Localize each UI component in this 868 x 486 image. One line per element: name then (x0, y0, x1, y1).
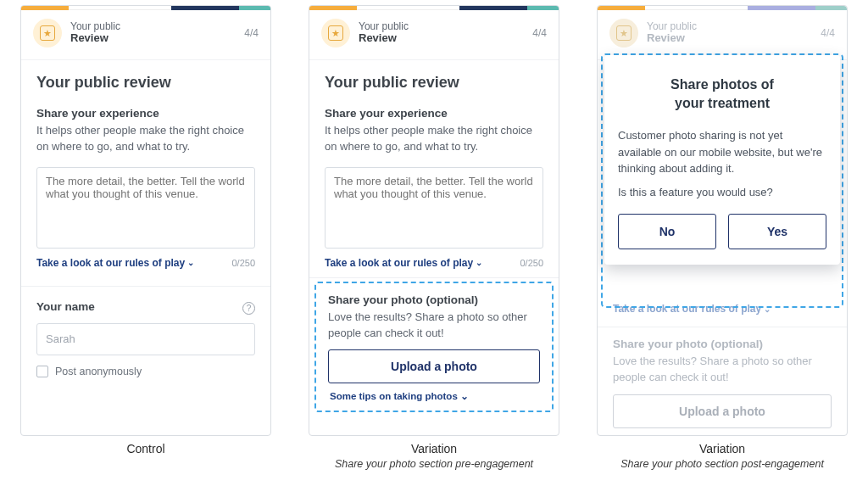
chevron-down-icon: ⌄ (476, 258, 482, 267)
anonymous-label: Post anonymously (55, 366, 142, 377)
step-indicator: 4/4 (244, 27, 259, 39)
divider (21, 286, 270, 287)
star-badge-icon: ★ (33, 19, 62, 47)
char-counter: 0/250 (231, 258, 255, 268)
col-control: ★ Your public Review 4/4 Your public rev… (20, 5, 271, 472)
photo-tips-text: Some tips on taking photos (330, 391, 458, 401)
col-variation-pre: ★ Your public Review 4/4 Your public rev… (309, 5, 559, 472)
caption-post-main: Variation (620, 441, 824, 457)
caption-variation-pre: Variation Share your photo section pre-e… (335, 441, 533, 472)
chevron-down-icon: ⌄ (187, 258, 194, 267)
feature-survey-overlay: Share photos of your treatment Customer … (604, 55, 840, 265)
share-desc: It helps other people make the right cho… (325, 123, 543, 155)
rules-link-text: Take a look at our rules of play (36, 257, 185, 269)
chevron-down-icon: ⌄ (764, 304, 771, 314)
body: Your public review Share your experience… (309, 60, 559, 271)
header-line1: Your public (647, 21, 821, 33)
header-line1: Your public (70, 21, 244, 33)
rules-of-play-link[interactable]: Take a look at our rules of play ⌄ (325, 257, 482, 269)
star-badge-icon: ★ (609, 19, 638, 47)
header: ★ Your public Review 4/4 (598, 10, 847, 60)
star-badge-icon: ★ (321, 19, 350, 47)
overlay-body: Customer photo sharing is not yet availa… (618, 127, 826, 177)
header-text: Your public Review (359, 21, 532, 46)
progress-bar (598, 6, 847, 10)
textarea-underrow: Take a look at our rules of play ⌄ 0/250 (325, 257, 543, 269)
textarea-underrow: Take a look at our rules of play ⌄ 0/250 (36, 257, 255, 269)
comparison-row: ★ Your public Review 4/4 Your public rev… (8, 5, 860, 472)
caption-post-sub: Share your photo section post-engagement (620, 457, 824, 472)
photo-subhead: Share your photo (optional) (328, 293, 540, 306)
header-line2: Review (70, 32, 244, 45)
step-indicator: 4/4 (821, 27, 835, 39)
rules-of-play-link[interactable]: Take a look at our rules of play ⌄ (36, 257, 194, 269)
photo-upload-section: Share your photo (optional) Love the res… (601, 332, 843, 435)
photo-desc: Love the results? Share a photo so other… (328, 310, 540, 342)
phone-variation-pre: ★ Your public Review 4/4 Your public rev… (309, 5, 559, 436)
upload-photo-button[interactable]: Upload a photo (328, 349, 540, 383)
header: ★ Your public Review 4/4 (21, 10, 270, 60)
overlay-title: Share photos of your treatment (618, 75, 826, 112)
photo-subhead: Share your photo (optional) (613, 338, 832, 350)
anon-row: Post anonymously (36, 366, 255, 377)
rules-link-text: Take a look at our rules of play (613, 303, 761, 315)
char-counter: 0/250 (520, 258, 543, 268)
caption-variation-post: Variation Share your photo section post-… (620, 441, 824, 472)
textarea-underrow: Take a look at our rules of play ⌄ (598, 303, 847, 315)
chevron-down-icon: ⌄ (460, 390, 469, 402)
header-line2: Review (359, 32, 532, 45)
caption-pre-sub: Share your photo section pre-engagement (335, 457, 533, 472)
caption-control-main: Control (126, 441, 164, 457)
header-line2: Review (647, 32, 821, 45)
photo-tips-link[interactable]: Some tips on taking photos ⌄ (328, 390, 540, 402)
help-icon[interactable]: ? (242, 302, 255, 315)
col-variation-post: ★ Your public Review 4/4 Take a look at … (597, 5, 848, 472)
rules-of-play-link[interactable]: Take a look at our rules of play ⌄ (613, 303, 771, 315)
caption-pre-main: Variation (335, 441, 533, 457)
body: Your public review Share your experience… (21, 60, 270, 386)
star-icon: ★ (328, 25, 343, 41)
rules-link-text: Take a look at our rules of play (325, 257, 473, 269)
overlay-buttons: No Yes (618, 214, 826, 249)
star-icon: ★ (616, 25, 632, 41)
upload-photo-button[interactable]: Upload a photo (613, 394, 832, 428)
progress-bar (21, 6, 270, 10)
overlay-no-button[interactable]: No (618, 214, 716, 249)
header-line1: Your public (359, 21, 532, 33)
review-textarea[interactable] (325, 167, 543, 249)
phone-control: ★ Your public Review 4/4 Your public rev… (20, 5, 271, 436)
divider (309, 277, 559, 278)
header: ★ Your public Review 4/4 (309, 10, 559, 60)
name-label: Your name (36, 300, 95, 313)
share-subhead: Share your experience (36, 107, 255, 120)
anonymous-checkbox[interactable] (36, 366, 48, 377)
header-text: Your public Review (647, 21, 821, 46)
progress-bar (309, 6, 559, 10)
share-desc: It helps other people make the right cho… (36, 123, 255, 155)
photo-desc: Love the results? Share a photo so other… (613, 354, 832, 386)
star-icon: ★ (40, 25, 55, 41)
page-title: Your public review (325, 74, 543, 92)
review-textarea[interactable] (36, 167, 255, 249)
overlay-question: Is this a feature you would use? (618, 186, 826, 198)
page-title: Your public review (36, 74, 255, 92)
caption-control: Control (126, 441, 164, 457)
divider (598, 327, 847, 327)
header-text: Your public Review (70, 21, 244, 46)
overlay-yes-button[interactable]: Yes (728, 214, 826, 249)
name-input[interactable] (36, 323, 255, 355)
photo-upload-section: Share your photo (optional) Love the res… (314, 282, 554, 413)
name-label-row: Your name ? (36, 300, 255, 316)
step-indicator: 4/4 (532, 27, 547, 39)
share-subhead: Share your experience (325, 107, 543, 120)
phone-variation-post: ★ Your public Review 4/4 Take a look at … (597, 5, 848, 436)
